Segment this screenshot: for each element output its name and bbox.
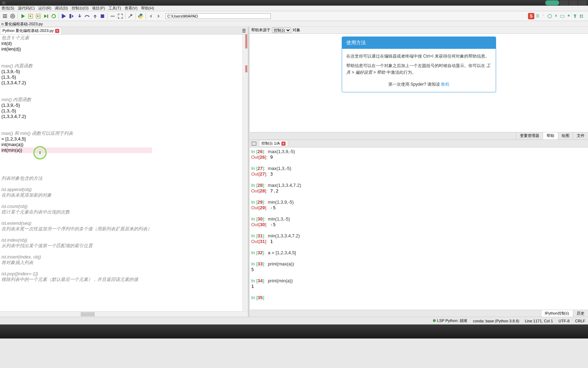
ipython-console[interactable]: In [26]: max(1,3,9,-5) Out[26]: 9 In [27…: [250, 147, 588, 310]
run-icon[interactable]: [19, 13, 26, 20]
step-over-icon[interactable]: [83, 13, 91, 20]
help-toolbar: 帮助来源于 控制台 对象: [250, 27, 588, 34]
menu-project[interactable]: 项目(P): [92, 6, 105, 11]
help-source-label: 帮助来源于: [251, 27, 270, 33]
separator: [18, 13, 18, 20]
menu-source[interactable]: 源代码(C): [18, 6, 35, 11]
editor-panel: Python 量化编程基础-2023.py × ☰ 包含 5 个元素int(d)…: [0, 27, 248, 317]
window-controls: [545, 0, 587, 5]
separator: [125, 13, 126, 20]
svg-rect-17: [582, 14, 583, 16]
ime-punct-icon[interactable]: ': [541, 14, 546, 19]
tab-history[interactable]: 历史: [573, 310, 588, 317]
step-out-icon[interactable]: [91, 13, 98, 20]
ime-sogou-icon[interactable]: S: [528, 13, 534, 19]
file-tab-label: Python 量化编程基础-2023.py: [2, 28, 54, 33]
status-position: Line 1171, Col 1: [525, 319, 553, 323]
statusbar: LSP Python: 就绪 conda: base (Python 3.8.8…: [0, 317, 588, 324]
ime-bar: S 英 ': [528, 13, 587, 19]
close-icon[interactable]: ×: [281, 142, 286, 146]
ime-lang[interactable]: 英: [536, 13, 540, 19]
ime-mic-icon[interactable]: [554, 14, 559, 19]
menu-view[interactable]: 查看(V): [125, 6, 138, 11]
hscrollbar[interactable]: [0, 311, 248, 317]
python-icon[interactable]: [137, 13, 144, 20]
vscrollbar[interactable]: [242, 34, 248, 311]
fullscreen-icon[interactable]: [117, 13, 124, 20]
scroll-marker: [245, 65, 247, 72]
menu-help[interactable]: 帮助(H): [141, 6, 154, 11]
svg-point-15: [568, 14, 569, 16]
tab-variables[interactable]: 变量管理器: [516, 132, 543, 139]
filepath-bar: n 量化编程基础-2023.py: [0, 21, 588, 27]
main-area: Python 量化编程基础-2023.py × ☰ 包含 5 个元素int(d)…: [0, 27, 588, 317]
ime-user-icon[interactable]: [566, 14, 571, 19]
menu-find[interactable]: 查找(S): [1, 6, 14, 11]
console-tabs: 控制台 1/A ×: [250, 140, 588, 147]
svg-text:': ': [543, 14, 544, 18]
step-icon[interactable]: [68, 13, 75, 20]
ime-tool-icon[interactable]: [579, 14, 584, 19]
right-panel: 帮助来源于 控制台 对象 使用方法 在这里你可以通过在编辑器或者终端中按 Ctr…: [250, 27, 588, 317]
status-lsp: LSP Python: 就绪: [433, 318, 467, 323]
separator: [107, 13, 108, 20]
taskbar[interactable]: [0, 324, 588, 339]
tab-files[interactable]: 文件: [573, 132, 588, 139]
menu-tools[interactable]: 工具(T): [108, 6, 121, 11]
maximize-button[interactable]: [569, 0, 577, 5]
wrench-icon[interactable]: [127, 13, 134, 20]
outline-icon[interactable]: [1, 13, 8, 20]
help-text-1: 在这里你可以通过在编辑器或者终端中按 Ctrl+I 来获得任何对象的帮助信息。: [346, 53, 492, 60]
tutorial-link[interactable]: 教程: [441, 82, 449, 87]
bottom-tabs: IPython控制台 历史: [250, 310, 588, 317]
run-cell-advance-icon[interactable]: [35, 13, 42, 20]
console-tab[interactable]: 控制台 1/A ×: [259, 140, 288, 147]
at-icon[interactable]: [9, 13, 16, 20]
ime-keyboard-icon[interactable]: [560, 14, 565, 19]
help-text-2: 帮助信息可以在一个对象之后加上一个左圆括号的时候自动显示。你可以在 工具 > 偏…: [346, 63, 492, 76]
rerun-icon[interactable]: [50, 13, 57, 20]
code-editor[interactable]: 包含 5 个元素int(d)int(len(d)) max() 内置函数(1,3…: [0, 34, 248, 311]
back-icon[interactable]: [147, 13, 154, 20]
separator: [135, 13, 136, 20]
help-panel: 使用方法 在这里你可以通过在编辑器或者终端中按 Ctrl+I 来获得任何对象的帮…: [250, 34, 588, 132]
scroll-marker: [245, 34, 247, 48]
window-progress: [545, 0, 559, 5]
svg-point-12: [548, 14, 552, 18]
run-cell-icon[interactable]: [27, 13, 34, 20]
console-tab-label: 控制台 1/A: [261, 141, 280, 146]
run-selection-icon[interactable]: [42, 13, 49, 20]
menu-console[interactable]: 控制台(O): [72, 6, 89, 11]
dots-icon[interactable]: [109, 13, 116, 20]
ime-face-icon[interactable]: [547, 14, 552, 19]
svg-rect-6: [69, 14, 71, 18]
help-card: 使用方法 在这里你可以通过在编辑器或者终端中按 Ctrl+I 来获得任何对象的帮…: [342, 37, 496, 92]
close-icon[interactable]: ×: [55, 29, 59, 33]
tab-plots[interactable]: 绘图: [558, 132, 573, 139]
minimize-button[interactable]: [560, 0, 568, 5]
svg-point-8: [111, 15, 112, 17]
separator: [59, 13, 59, 20]
menu-run[interactable]: 运行(R): [38, 6, 51, 11]
stop-icon[interactable]: [99, 13, 106, 20]
tab-menu-icon[interactable]: ☰: [240, 28, 248, 34]
ime-skin-icon[interactable]: [573, 14, 577, 19]
console-icon[interactable]: [251, 141, 257, 146]
close-button[interactable]: [578, 0, 587, 5]
debug-icon[interactable]: [60, 13, 67, 20]
step-into-icon[interactable]: [76, 13, 83, 20]
file-tab[interactable]: Python 量化编程基础-2023.py ×: [0, 27, 62, 34]
help-source-select[interactable]: 控制台: [272, 27, 291, 33]
titlebar-text: .8): [1, 1, 6, 5]
tab-help[interactable]: 帮助: [543, 132, 558, 139]
cursor-indicator: I: [33, 146, 47, 159]
forward-icon[interactable]: [155, 13, 162, 20]
svg-rect-18: [580, 16, 581, 18]
panel-tabs: 变量管理器 帮助 绘图 文件: [250, 132, 588, 140]
svg-rect-14: [561, 15, 564, 17]
working-dir[interactable]: C:\Users\MIAPAD: [166, 13, 271, 19]
tab-ipython[interactable]: IPython控制台: [541, 310, 573, 317]
menu-debug[interactable]: 调试(D): [55, 6, 68, 11]
svg-rect-20: [252, 142, 256, 145]
hscroll-thumb[interactable]: [81, 312, 95, 316]
